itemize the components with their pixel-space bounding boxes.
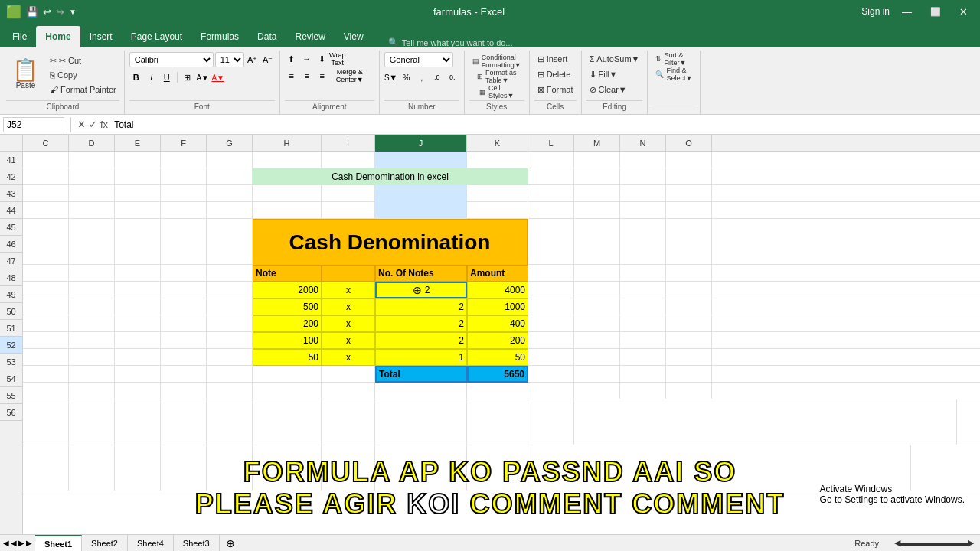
cell-L42[interactable]	[528, 168, 574, 185]
cell-C44[interactable]	[23, 202, 69, 219]
cell-F42[interactable]	[161, 168, 207, 185]
cell-N48[interactable]	[620, 298, 666, 315]
row-header-55[interactable]: 55	[0, 387, 22, 404]
cell-N50[interactable]	[620, 332, 666, 349]
cell-M42[interactable]	[574, 168, 620, 185]
cut-button[interactable]: ✂ ✂ Cut	[47, 54, 119, 67]
cell-N41[interactable]	[620, 152, 666, 168]
cell-G50[interactable]	[207, 332, 253, 349]
cell-D48[interactable]	[69, 298, 115, 315]
quick-access-save[interactable]: 💾	[26, 6, 38, 18]
cell-G48[interactable]	[207, 298, 253, 315]
row-header-50[interactable]: 50	[0, 303, 22, 320]
tab-formulas[interactable]: Formulas	[191, 26, 248, 47]
cell-G52[interactable]	[207, 366, 253, 383]
cell-N46[interactable]	[620, 265, 666, 282]
tab-review[interactable]: Review	[286, 26, 334, 47]
cell-H43[interactable]	[253, 185, 322, 202]
cell-J53[interactable]	[375, 383, 467, 399]
quick-access-redo[interactable]: ↪	[56, 6, 64, 18]
minimize-button[interactable]: —	[896, 6, 918, 18]
align-bottom-button[interactable]: ⬇	[315, 52, 329, 66]
align-left-button[interactable]: ≡	[285, 69, 299, 83]
cell-J48[interactable]: 2	[375, 298, 467, 315]
cell-L43[interactable]	[528, 185, 574, 202]
cell-F50[interactable]	[161, 332, 207, 349]
cell-M53[interactable]	[574, 383, 620, 399]
cell-J46-no-of-notes[interactable]: No. Of Notes	[375, 265, 467, 282]
cell-G49[interactable]	[207, 315, 253, 332]
format-as-table-button[interactable]: ⊞ Format asTable▼	[474, 70, 520, 83]
insert-button[interactable]: ⊞ Insert	[534, 52, 571, 66]
cell-L41[interactable]	[528, 152, 574, 168]
cell-D53[interactable]	[69, 383, 115, 399]
cell-K55[interactable]	[467, 445, 528, 491]
cell-N42[interactable]	[620, 168, 666, 185]
cell-O49[interactable]	[666, 315, 712, 332]
cell-I50[interactable]: x	[322, 332, 375, 349]
cell-D51[interactable]	[69, 349, 115, 366]
cell-D45[interactable]	[69, 219, 115, 265]
tab-view[interactable]: View	[335, 26, 373, 47]
cell-L52[interactable]	[528, 366, 574, 383]
cell-M47[interactable]	[574, 282, 620, 298]
cell-I54[interactable]	[322, 399, 375, 445]
col-header-E[interactable]: E	[115, 135, 161, 152]
cell-M54-wide[interactable]	[574, 399, 957, 445]
cell-H46-note[interactable]: Note	[253, 265, 322, 282]
cell-O45[interactable]	[666, 219, 712, 265]
maximize-button[interactable]: ⬜	[924, 7, 947, 17]
cell-M48[interactable]	[574, 298, 620, 315]
cell-H53[interactable]	[253, 383, 322, 399]
cell-I55[interactable]	[322, 445, 375, 491]
row-header-46[interactable]: 46	[0, 236, 22, 253]
cell-E42[interactable]	[115, 168, 161, 185]
cell-L54[interactable]	[528, 399, 574, 445]
cell-O43[interactable]	[666, 185, 712, 202]
wrap-text-button[interactable]: WrapText	[331, 52, 345, 66]
cell-F52[interactable]	[161, 366, 207, 383]
cell-C54[interactable]	[23, 399, 69, 445]
cell-O44[interactable]	[666, 202, 712, 219]
cell-D41[interactable]	[69, 152, 115, 168]
row-header-54[interactable]: 54	[0, 370, 22, 387]
comma-button[interactable]: ,	[415, 70, 429, 84]
cell-C53[interactable]	[23, 383, 69, 399]
cell-O50[interactable]	[666, 332, 712, 349]
cell-H55[interactable]	[253, 445, 322, 491]
cell-J44[interactable]	[375, 202, 467, 219]
scroll-bar-indicator[interactable]: ◀▬▬▬▬▬▬▬▬▶	[894, 538, 974, 548]
col-header-M[interactable]: M	[574, 135, 620, 152]
cell-G55[interactable]	[207, 445, 253, 491]
cell-D54[interactable]	[69, 399, 115, 445]
cell-E41[interactable]	[115, 152, 161, 168]
align-middle-button[interactable]: ↔	[300, 52, 314, 66]
row-header-49[interactable]: 49	[0, 286, 22, 303]
row-header-47[interactable]: 47	[0, 253, 22, 269]
cell-C52[interactable]	[23, 366, 69, 383]
scroll-left-button[interactable]: ◀	[3, 539, 9, 547]
col-header-N[interactable]: N	[620, 135, 666, 152]
font-name-select[interactable]: Calibri	[129, 52, 214, 67]
cell-M51[interactable]	[574, 349, 620, 366]
scroll-right-button[interactable]: ▶	[26, 539, 32, 547]
col-header-F[interactable]: F	[161, 135, 207, 152]
formula-input[interactable]: Total	[111, 117, 977, 132]
cancel-formula-button[interactable]: ✕	[77, 119, 86, 130]
cell-M41[interactable]	[574, 152, 620, 168]
cell-D49[interactable]	[69, 315, 115, 332]
cell-D46[interactable]	[69, 265, 115, 282]
cell-L51[interactable]	[528, 349, 574, 366]
cell-O48[interactable]	[666, 298, 712, 315]
cell-K46-amount[interactable]: Amount	[467, 265, 528, 282]
cell-C43[interactable]	[23, 185, 69, 202]
borders-button[interactable]: ⊞	[181, 70, 194, 84]
cell-L45[interactable]	[528, 219, 574, 265]
cell-O41[interactable]	[666, 152, 712, 168]
font-color-button[interactable]: A▼	[211, 70, 225, 84]
cell-J50[interactable]: 2	[375, 332, 467, 349]
tab-insert[interactable]: Insert	[80, 26, 122, 47]
format-painter-button[interactable]: 🖌 Format Painter	[47, 83, 119, 96]
col-header-G[interactable]: G	[207, 135, 253, 152]
dec-increase[interactable]: .0	[430, 70, 444, 84]
